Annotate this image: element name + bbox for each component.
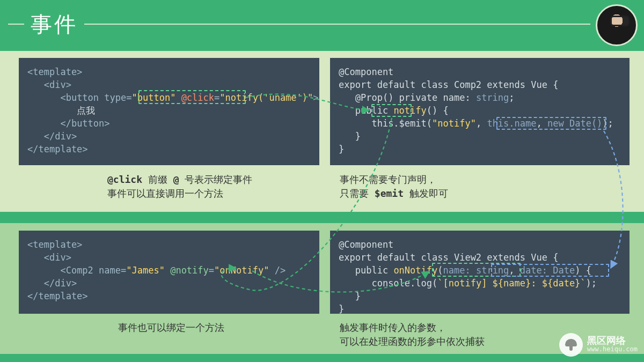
watermark-logo [559,333,583,357]
code-class-comp2: @Component export default class Comp2 ex… [330,58,630,165]
watermark-text: 黑区网络 [587,336,638,345]
header-rule-left [8,24,24,25]
caption-bottom-right: 触发事件时传入的参数， 可以在处理函数的形参中依次捕获 [340,321,485,349]
caption-top-left: @click 前缀 @ 号表示绑定事件 事件可以直接调用一个方法 [107,173,252,201]
caption-top-right: 事件不需要专门声明， 只需要 $emit 触发即可 [340,173,448,201]
header-rule-right [84,24,590,25]
presenter-avatar [596,4,638,46]
watermark: 黑区网络 www.heiqu.com [559,333,638,357]
footer-bar [0,354,644,362]
caption-bottom-left: 事件也可以绑定一个方法 [118,321,224,335]
code-template-button: <template> <div> <button type="button" @… [19,58,319,165]
code-class-view2: @Component export default class View2 ex… [330,231,630,314]
code-template-comp2: <template> <div> <Comp2 name="James" @no… [19,231,319,314]
watermark-url: www.heiqu.com [587,345,638,353]
page-title: 事件 [24,10,84,39]
header: 事件 [0,0,644,48]
